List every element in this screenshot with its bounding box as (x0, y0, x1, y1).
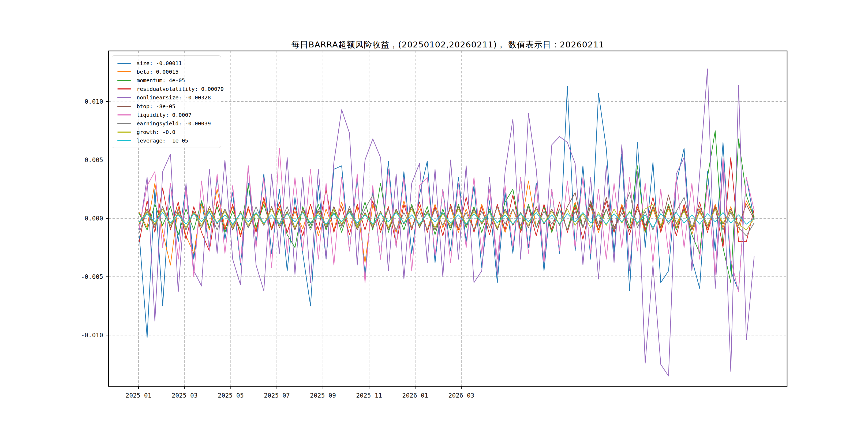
x-tick-label: 2026-01 (402, 392, 428, 399)
legend-label: growth: -0.0 (136, 129, 176, 135)
legend-item-liquidity: liquidity: 0.0007 (115, 111, 217, 119)
legend: size: -0.00011beta: 0.00015momentum: 4e-… (112, 56, 221, 148)
legend-label: earningsyield: -0.00039 (136, 120, 211, 127)
legend-item-size: size: -0.00011 (115, 59, 217, 67)
legend-line-swatch (117, 131, 131, 133)
legend-item-earningsyield: earningsyield: -0.00039 (115, 119, 217, 128)
legend-item-growth: growth: -0.0 (115, 128, 217, 136)
legend-line-swatch (117, 71, 131, 72)
y-tick-label: -0.010 (81, 332, 103, 339)
chart-line-residualvolatility (139, 157, 754, 251)
legend-label: liquidity: 0.0007 (136, 112, 191, 118)
x-tick-label: 2025-09 (310, 392, 336, 399)
legend-line-swatch (117, 114, 131, 116)
x-tick-label: 2025-11 (356, 392, 382, 399)
legend-line-swatch (117, 80, 131, 81)
legend-item-residualvolatility: residualvolatility: 0.00079 (115, 85, 217, 93)
x-tick-label: 2026-03 (448, 392, 474, 399)
y-tick-label: 0.000 (85, 215, 103, 222)
legend-item-momentum: momentum: 4e-05 (115, 76, 217, 85)
legend-line-swatch (117, 123, 131, 124)
y-tick-label: -0.005 (81, 273, 103, 280)
legend-line-swatch (117, 88, 131, 90)
legend-line-swatch (117, 106, 131, 107)
x-tick-label: 2025-07 (264, 392, 290, 399)
legend-label: btop: -8e-05 (136, 103, 176, 110)
legend-label: leverage: -1e-05 (136, 137, 188, 144)
legend-item-btop: btop: -8e-05 (115, 102, 217, 111)
y-tick-label: 0.005 (85, 156, 103, 163)
x-tick-label: 2025-01 (126, 392, 152, 399)
legend-label: residualvolatility: 0.00079 (136, 86, 224, 92)
legend-item-beta: beta: 0.00015 (115, 67, 217, 76)
chart-line-momentum (139, 131, 754, 283)
legend-item-nonlinearsize: nonlinearsize: -0.00328 (115, 93, 217, 102)
x-tick-label: 2025-05 (218, 392, 244, 399)
legend-label: nonlinearsize: -0.00328 (136, 94, 211, 101)
legend-label: momentum: 4e-05 (136, 77, 185, 84)
legend-line-swatch (117, 140, 131, 141)
legend-line-swatch (117, 63, 131, 64)
barra-daily-excess-risk-return-chart: 每日BARRA超额风险收益，(20250102,20260211)， 数值表示日… (0, 0, 868, 434)
legend-item-leverage: leverage: -1e-05 (115, 136, 217, 145)
legend-line-swatch (117, 97, 131, 98)
y-tick-label: 0.010 (85, 98, 103, 105)
x-tick-label: 2025-03 (172, 392, 198, 399)
legend-label: beta: 0.00015 (136, 69, 179, 75)
legend-label: size: -0.00011 (136, 60, 182, 66)
